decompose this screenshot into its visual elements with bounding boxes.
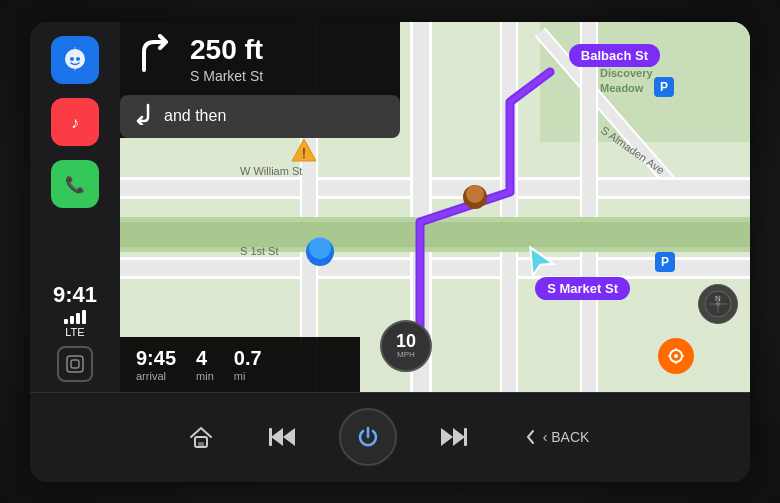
eta-minutes: 4 min [196, 347, 214, 382]
eta-miles: 0.7 mi [234, 347, 262, 382]
svg-marker-55 [441, 428, 453, 446]
sidebar: ♪ 📞 9:41 [30, 22, 120, 392]
nav-info: 250 ft S Market St [190, 34, 263, 84]
control-bar: ‹ BACK [30, 392, 750, 482]
eta-arrival: 9:45 arrival [136, 347, 176, 382]
svg-text:Meadow: Meadow [600, 82, 644, 94]
locate-button[interactable] [658, 338, 694, 374]
time-display: 9:41 LTE [53, 282, 97, 382]
minutes-label: min [196, 370, 214, 382]
svg-text:📞: 📞 [65, 175, 85, 194]
minutes-value: 4 [196, 347, 207, 370]
map-area: Discovery Meadow [120, 22, 750, 392]
speed-value: 10 [396, 332, 416, 350]
car-frame: ♪ 📞 9:41 [0, 0, 780, 503]
parking-icon-2: P [655, 252, 675, 272]
svg-rect-22 [502, 22, 516, 392]
svg-rect-10 [540, 22, 750, 142]
eta-bar: 9:45 arrival 4 min 0.7 mi [120, 337, 360, 392]
nav-main: 250 ft S Market St [136, 34, 384, 95]
svg-text:♪: ♪ [71, 114, 79, 131]
next-button[interactable] [427, 411, 479, 463]
bar1 [64, 319, 68, 324]
svg-rect-8 [71, 360, 79, 368]
svg-rect-54 [269, 428, 272, 446]
miles-label: mi [234, 370, 246, 382]
svg-marker-53 [271, 428, 283, 446]
then-text: and then [164, 107, 226, 125]
power-button[interactable] [339, 408, 397, 466]
warning-icon: ! [290, 137, 318, 169]
market-banner: S Market St [535, 277, 630, 300]
nav-panel: 250 ft S Market St and then [120, 22, 400, 138]
miles-value: 0.7 [234, 347, 262, 370]
compass[interactable]: N [698, 284, 738, 324]
back-button[interactable]: ‹ BACK [509, 411, 606, 463]
waze-app-icon[interactable] [51, 36, 99, 84]
prev-button[interactable] [257, 411, 309, 463]
bar3 [76, 313, 80, 324]
svg-rect-16 [120, 180, 750, 196]
svg-text:Discovery: Discovery [600, 67, 653, 79]
turn-arrow-icon [136, 34, 178, 85]
back-label: ‹ BACK [543, 429, 590, 445]
parking-icon-1: P [654, 77, 674, 97]
music-app-icon[interactable]: ♪ [51, 98, 99, 146]
svg-text:S 1st St: S 1st St [240, 245, 279, 257]
svg-rect-57 [464, 428, 467, 446]
bar4 [82, 310, 86, 324]
nav-distance: 250 ft [190, 34, 263, 66]
svg-marker-56 [453, 428, 465, 446]
svg-point-33 [309, 237, 331, 259]
svg-rect-51 [198, 442, 204, 447]
nav-street: S Market St [190, 68, 263, 84]
svg-point-0 [65, 49, 85, 69]
svg-marker-52 [283, 428, 295, 446]
screen: ♪ 📞 9:41 [30, 22, 750, 392]
nav-then-row: and then [120, 95, 400, 138]
speed-unit: MPH [397, 350, 415, 359]
svg-rect-7 [67, 356, 83, 372]
arrival-time: 9:45 [136, 347, 176, 370]
clock: 9:41 [53, 282, 97, 308]
home-button-small[interactable] [57, 346, 93, 382]
svg-rect-24 [582, 22, 596, 392]
network-label: LTE [65, 326, 84, 338]
svg-point-45 [674, 354, 678, 358]
svg-text:!: ! [302, 145, 306, 161]
then-arrow-icon [134, 103, 154, 130]
svg-point-1 [70, 57, 74, 61]
svg-rect-28 [120, 222, 750, 247]
dashboard: ♪ 📞 9:41 [30, 22, 750, 482]
svg-point-2 [76, 57, 80, 61]
phone-app-icon[interactable]: 📞 [51, 160, 99, 208]
signal-bars [64, 310, 86, 324]
balbach-banner: Balbach St [569, 44, 660, 67]
bar2 [70, 316, 74, 324]
speed-badge: 10 MPH [380, 320, 432, 372]
home-button[interactable] [175, 411, 227, 463]
arrival-label: arrival [136, 370, 166, 382]
svg-point-35 [466, 185, 484, 203]
